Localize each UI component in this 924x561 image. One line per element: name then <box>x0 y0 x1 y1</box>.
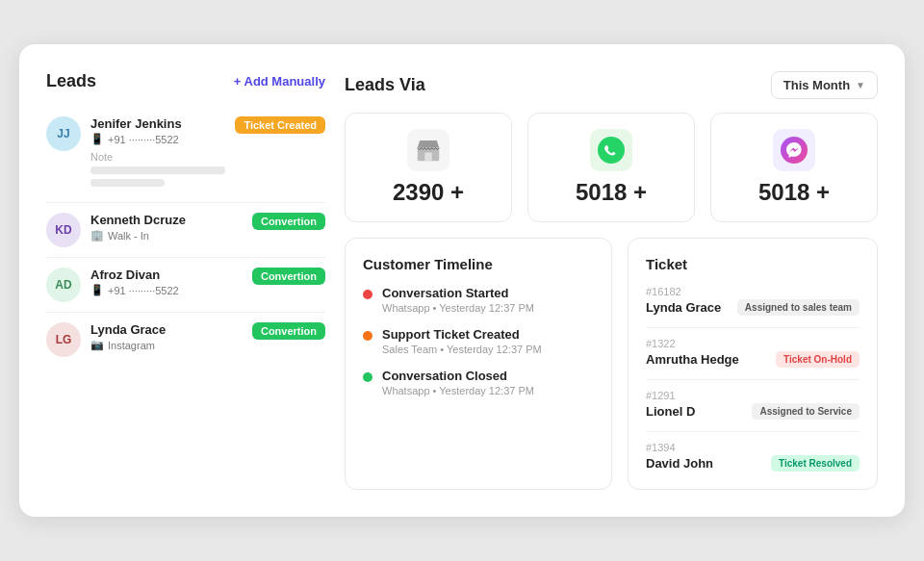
via-count: 2390 + <box>393 179 464 206</box>
dashboard-card: Leads + Add Manually JJJenifer Jenkins📱 … <box>19 44 905 517</box>
ticket-badge: Ticket Resolved <box>771 455 860 472</box>
ticket-item[interactable]: #1394 David John Ticket Resolved <box>646 442 860 472</box>
timeline-title: Customer Timeline <box>363 256 594 272</box>
timeline-content: Conversation Started Whatsapp • Yesterda… <box>382 286 534 314</box>
ticket-row: Lynda Grace Assigned to sales team <box>646 299 860 316</box>
avatar: JJ <box>46 116 81 151</box>
timeline-dot <box>363 372 372 382</box>
lead-item[interactable]: JJJenifer Jenkins📱 +91 ·········5522 Not… <box>46 107 325 203</box>
avatar: KD <box>46 213 81 247</box>
messenger-icon <box>779 135 809 166</box>
whatsapp-icon: 📱 <box>90 133 104 145</box>
note-lines <box>90 166 225 187</box>
ticket-row: Amrutha Hedge Ticket On-Hold <box>646 351 860 368</box>
timeline-content: Support Ticket Created Sales Team • Yest… <box>382 327 542 355</box>
timeline-list: Conversation Started Whatsapp • Yesterda… <box>363 286 594 396</box>
timeline-meta: Whatsapp • Yesterday 12:37 PM <box>382 302 534 314</box>
divider <box>646 327 860 328</box>
svg-point-3 <box>781 137 808 164</box>
ticket-badge: Ticket On-Hold <box>776 351 860 368</box>
note-label: Note <box>90 151 225 163</box>
customer-timeline-card: Customer Timeline Conversation Started W… <box>345 238 612 490</box>
timeline-meta: Whatsapp • Yesterday 12:37 PM <box>382 385 534 396</box>
lead-badge: Convertion <box>252 322 325 340</box>
timeline-event: Conversation Closed <box>382 369 534 383</box>
leads-title: Leads <box>46 71 96 91</box>
ticket-item[interactable]: #1291 Lionel D Assigned to Service <box>646 390 860 420</box>
via-icon <box>773 129 815 171</box>
lead-sub: 📱 +91 ·········5522 <box>90 284 243 296</box>
leads-list: JJJenifer Jenkins📱 +91 ·········5522 Not… <box>46 107 325 367</box>
note-line <box>90 166 225 174</box>
ticket-list: #16182 Lynda Grace Assigned to sales tea… <box>646 286 860 472</box>
lead-item[interactable]: ADAfroz Divan📱 +91 ·········5522Converti… <box>46 258 325 313</box>
ticket-badge: Assigned to sales team <box>737 299 860 316</box>
lead-info: Afroz Divan📱 +91 ·········5522 <box>90 268 243 296</box>
lead-sub: 🏢 Walk - In <box>90 229 243 242</box>
ticket-name: Lynda Grace <box>646 300 721 315</box>
lead-name: Lynda Grace <box>90 322 243 337</box>
timeline-content: Conversation Closed Whatsapp • Yesterday… <box>382 369 534 396</box>
via-count: 5018 + <box>758 179 830 206</box>
ticket-id: #16182 <box>646 286 860 297</box>
lead-badge: Convertion <box>252 268 325 285</box>
lead-sub: 📱 +91 ·········5522 <box>90 133 225 145</box>
lead-badge: Ticket Created <box>235 116 325 134</box>
lead-sub: 📷 Instagram <box>90 339 243 351</box>
ticket-name: Lionel D <box>646 404 695 419</box>
ticket-id: #1322 <box>646 338 860 349</box>
via-card: 5018 + <box>710 113 878 222</box>
note-line <box>90 179 165 187</box>
ticket-title: Ticket <box>646 256 860 272</box>
whatsapp-icon: 📱 <box>90 284 104 296</box>
note-area: Note <box>90 151 225 187</box>
leads-via-title: Leads Via <box>345 75 425 95</box>
lead-badge: Convertion <box>252 213 325 230</box>
via-icon <box>590 129 632 171</box>
ticket-row: David John Ticket Resolved <box>646 455 860 472</box>
instagram-icon: 📷 <box>90 339 104 351</box>
divider <box>646 379 860 380</box>
lead-item[interactable]: KDKenneth Dcruze🏢 Walk - InConvertion <box>46 203 325 258</box>
leads-via-section: Leads Via This Month ▼ 2390 + 5018 + <box>345 71 878 222</box>
month-selector-button[interactable]: This Month ▼ <box>771 71 878 99</box>
chevron-down-icon: ▼ <box>856 80 865 90</box>
timeline-item: Conversation Closed Whatsapp • Yesterday… <box>363 369 594 396</box>
via-cards: 2390 + 5018 + 5018 + <box>345 113 878 222</box>
avatar: AD <box>46 268 81 302</box>
ticket-item[interactable]: #1322 Amrutha Hedge Ticket On-Hold <box>646 338 860 368</box>
ticket-id: #1291 <box>646 390 860 401</box>
ticket-row: Lionel D Assigned to Service <box>646 403 860 420</box>
lead-sub-text: +91 ·········5522 <box>108 134 179 145</box>
divider <box>646 431 860 432</box>
leads-header: Leads + Add Manually <box>46 71 325 91</box>
via-count: 5018 + <box>576 179 647 206</box>
lead-sub-text: Instagram <box>108 340 155 351</box>
lead-sub-text: Walk - In <box>108 230 149 242</box>
timeline-item: Support Ticket Created Sales Team • Yest… <box>363 327 594 355</box>
via-card: 5018 + <box>527 113 695 222</box>
timeline-event: Conversation Started <box>382 286 534 300</box>
add-manually-button[interactable]: + Add Manually <box>234 74 325 89</box>
avatar: LG <box>46 322 81 357</box>
timeline-dot <box>363 290 372 299</box>
leads-via-header: Leads Via This Month ▼ <box>345 71 878 99</box>
ticket-id: #1394 <box>646 442 860 453</box>
lead-item[interactable]: LGLynda Grace📷 InstagramConvertion <box>46 313 325 367</box>
whatsapp-icon <box>596 135 627 166</box>
timeline-event: Support Ticket Created <box>382 327 542 342</box>
ticket-name: Amrutha Hedge <box>646 352 739 367</box>
via-card: 2390 + <box>345 113 512 222</box>
right-panel: Leads Via This Month ▼ 2390 + 5018 + <box>345 71 878 490</box>
walkin-icon: 🏢 <box>90 229 104 242</box>
ticket-name: David John <box>646 456 713 471</box>
lead-sub-text: +91 ·········5522 <box>108 285 179 296</box>
timeline-item: Conversation Started Whatsapp • Yesterda… <box>363 286 594 314</box>
lead-name: Jenifer Jenkins <box>90 116 225 131</box>
lead-info: Lynda Grace📷 Instagram <box>90 322 243 351</box>
via-icon <box>407 129 449 171</box>
ticket-item[interactable]: #16182 Lynda Grace Assigned to sales tea… <box>646 286 860 316</box>
month-selector-label: This Month <box>783 78 850 92</box>
timeline-dot <box>363 331 372 341</box>
lead-name: Afroz Divan <box>90 268 243 282</box>
